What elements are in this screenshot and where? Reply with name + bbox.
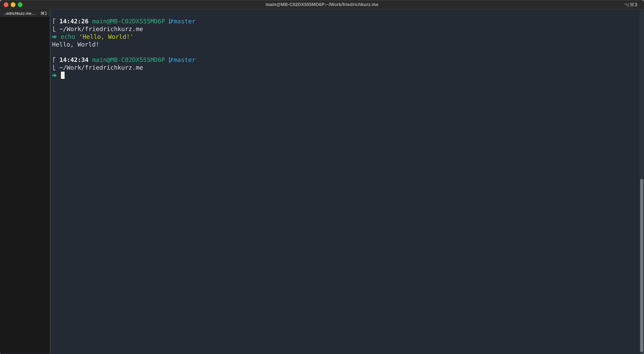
title-bar[interactable]: main@MB-C02DX555MD6P:~/Work/friedrichkur…	[0, 0, 644, 10]
sidebar-tab-friedrichkurz[interactable]: ..edrichkurz.me… ⌘1	[0, 10, 50, 17]
prompt-git-branch: master	[174, 56, 196, 63]
tab-label: ..edrichkurz.me…	[4, 11, 36, 16]
prompt-line-info: 14:42:34main@MB-C02DX555MD6Pmaster	[52, 56, 637, 64]
tab-sidebar: ..edrichkurz.me… ⌘1	[0, 10, 50, 354]
prompt-cwd: ~/Work/friedrichkurz.me	[60, 26, 143, 32]
terminal-cursor	[61, 72, 64, 79]
prompt-git-branch: master	[174, 18, 196, 25]
prompt-line-cwd: ~/Work/friedrichkurz.me	[52, 25, 637, 33]
blank-line	[52, 48, 637, 56]
terminal-window: main@MB-C02DX555MD6P:~/Work/friedrichkur…	[0, 0, 644, 354]
prompt-bracket-bottom-icon	[53, 65, 55, 70]
prompt-user-host: main@MB-C02DX555MD6P	[92, 18, 165, 25]
prompt-time: 14:42:26	[60, 18, 88, 25]
prompt-cwd: ~/Work/friedrichkurz.me	[60, 64, 143, 71]
prompt-bracket-top-icon	[53, 18, 55, 24]
prompt-arrow-icon	[52, 73, 57, 78]
git-branch-icon	[169, 18, 173, 24]
scrollbar-thumb[interactable]	[640, 179, 643, 352]
input-line[interactable]	[52, 72, 637, 79]
prompt-user-host: main@MB-C02DX555MD6P	[92, 56, 165, 63]
prompt-bracket-top-icon	[53, 57, 55, 62]
tab-shortcut: ⌘1	[40, 11, 47, 16]
prompt-time: 14:42:34	[60, 56, 88, 63]
prompt-line-cwd: ~/Work/friedrichkurz.me	[52, 64, 637, 72]
prompt-block: 14:42:34main@MB-C02DX555MD6Pmaster ~/Wor…	[52, 56, 637, 72]
command-line: echo'Hello, World!'	[52, 33, 637, 40]
window-shortcut-badge: ⌥⌘3	[624, 0, 638, 10]
command-argument: 'Hello, World!'	[79, 33, 134, 40]
command-output: Hello, World!	[52, 40, 637, 48]
prompt-arrow-icon	[52, 35, 57, 39]
scrollbar-track[interactable]	[639, 10, 644, 354]
prompt-bracket-bottom-icon	[53, 26, 55, 32]
git-branch-icon	[169, 57, 173, 63]
prompt-line-info: 14:42:26main@MB-C02DX555MD6Pmaster	[52, 18, 637, 25]
prompt-block: 14:42:26main@MB-C02DX555MD6Pmaster ~/Wor…	[52, 18, 637, 33]
command-text: echo	[61, 33, 75, 40]
window-title: main@MB-C02DX555MD6P:~/Work/friedrichkur…	[0, 2, 644, 7]
terminal-pane[interactable]: 14:42:26main@MB-C02DX555MD6Pmaster ~/Wor…	[50, 10, 644, 354]
